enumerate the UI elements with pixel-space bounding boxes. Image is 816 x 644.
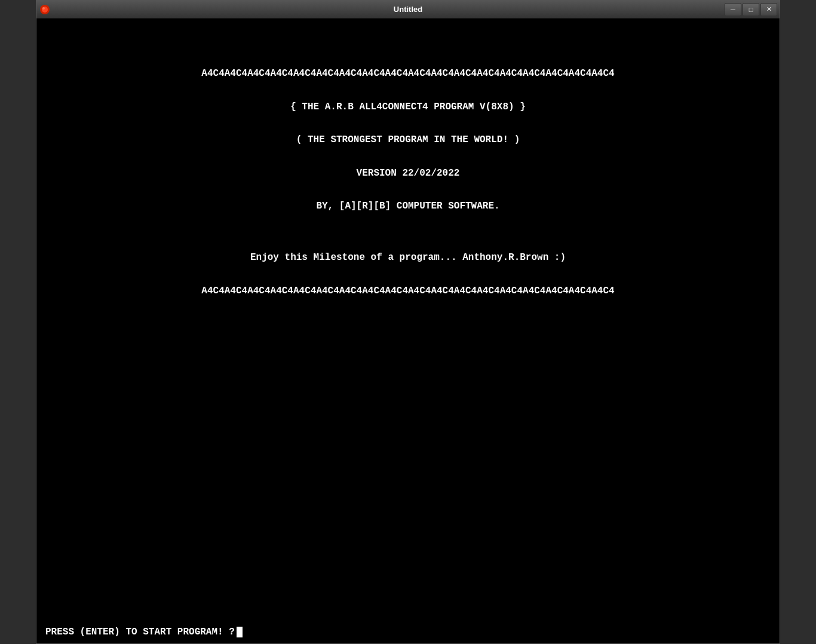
minimize-button[interactable]: ─ <box>725 3 741 16</box>
window-title: Untitled <box>394 5 422 14</box>
separator-line-bottom: A4C4A4C4A4C4A4C4A4C4A4C4A4C4A4C4A4C4A4C4… <box>42 284 774 299</box>
app-icon <box>39 4 51 16</box>
svg-point-2 <box>42 7 45 10</box>
terminal-content: A4C4A4C4A4C4A4C4A4C4A4C4A4C4A4C4A4C4A4C4… <box>42 30 774 621</box>
maximize-button[interactable]: □ <box>743 3 759 16</box>
close-button[interactable]: ✕ <box>760 3 777 16</box>
separator-line-top: A4C4A4C4A4C4A4C4A4C4A4C4A4C4A4C4A4C4A4C4… <box>42 66 774 82</box>
titlebar-buttons: ─ □ ✕ <box>725 3 777 16</box>
prompt-text: PRESS (ENTER) TO START PROGRAM! ? <box>45 627 235 637</box>
version-line: VERSION 22/02/2022 <box>42 166 774 182</box>
program-title-line: { THE A.R.B ALL4CONNECT4 PROGRAM V(8X8) … <box>42 100 774 115</box>
application-window: Untitled ─ □ ✕ A4C4A4C4A4C4A4C4A4C4A4C4A… <box>36 0 780 644</box>
cursor <box>237 627 243 637</box>
svg-point-1 <box>42 7 48 13</box>
terminal-area[interactable]: A4C4A4C4A4C4A4C4A4C4A4C4A4C4A4C4A4C4A4C4… <box>36 19 780 643</box>
titlebar: Untitled ─ □ ✕ <box>36 1 780 19</box>
titlebar-left <box>39 4 51 16</box>
prompt-line[interactable]: PRESS (ENTER) TO START PROGRAM! ? <box>42 621 774 637</box>
enjoy-line: Enjoy this Milestone of a program... Ant… <box>42 250 774 266</box>
author-line: BY, [A][R][B] COMPUTER SOFTWARE. <box>42 199 774 214</box>
tagline-line: ( THE STRONGEST PROGRAM IN THE WORLD! ) <box>42 133 774 148</box>
